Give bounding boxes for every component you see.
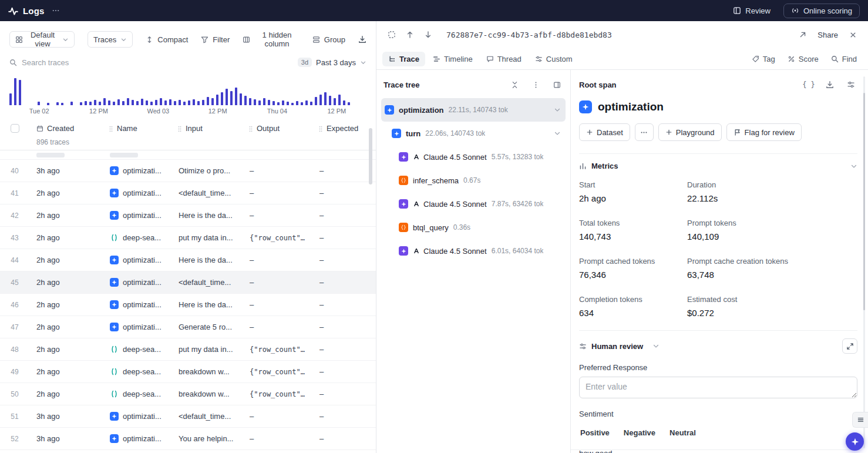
- app-menu-button[interactable]: [52, 6, 60, 15]
- row-input: put my data in...: [174, 345, 245, 354]
- column-header-name[interactable]: Name: [105, 123, 174, 146]
- search-input[interactable]: [22, 58, 293, 67]
- optimization-span-icon: [110, 166, 119, 175]
- detail-header: 762887e7-cc99-4b73-afbf-d8bde81ebd83 Sha…: [376, 21, 868, 48]
- focus-span-button[interactable]: [383, 27, 399, 43]
- table-row[interactable]: 45 2h ago optimizati... <default_time...…: [0, 271, 376, 294]
- tab-trace[interactable]: Trace: [382, 52, 425, 66]
- review-button[interactable]: Review: [727, 4, 776, 18]
- trace-tree-item[interactable]: infer_schema 0.67s: [381, 169, 566, 192]
- trace-tree-item[interactable]: Claude 4.5 Sonnet 5.57s, 13283 tok: [381, 145, 566, 169]
- more-actions-button[interactable]: [635, 123, 654, 141]
- histogram-bar: [47, 103, 49, 105]
- add-to-playground-button[interactable]: Playground: [658, 123, 722, 141]
- select-all-checkbox[interactable]: [11, 124, 19, 133]
- row-input: breakdown w...: [174, 367, 245, 376]
- table-row[interactable]: 43 2h ago deep-sea... put my data in... …: [0, 227, 376, 249]
- trace-tree-item[interactable]: turn 22.06s, 140743 tok: [381, 122, 566, 145]
- row-number: 52: [0, 435, 29, 443]
- online-scoring-button[interactable]: Online scoring: [783, 4, 860, 18]
- metric-label: Prompt tokens: [687, 219, 857, 227]
- x-axis-label: 12 PM: [69, 108, 128, 115]
- table-row[interactable]: 42 2h ago optimizati... Here is the da..…: [0, 204, 376, 227]
- skeleton-placeholder: [36, 153, 65, 157]
- tree-options-button[interactable]: [529, 78, 542, 91]
- download-span-button[interactable]: [823, 78, 836, 91]
- table-row[interactable]: 40 3h ago optimizati... Otimize o pro...…: [0, 160, 376, 182]
- sentiment-positive-button[interactable]: Positive: [579, 426, 611, 439]
- table-row[interactable]: 52 3h ago optimizati... You are helpin..…: [0, 428, 376, 450]
- open-in-new-button[interactable]: [795, 27, 810, 43]
- next-trace-button[interactable]: [420, 27, 436, 43]
- traces-selector[interactable]: Traces: [88, 31, 133, 48]
- preferred-response-input[interactable]: [579, 377, 857, 398]
- chevron-down-icon[interactable]: [550, 130, 561, 137]
- group-button[interactable]: Group: [312, 35, 345, 44]
- histogram-bars[interactable]: [9, 78, 366, 105]
- tag-button[interactable]: Tag: [746, 52, 780, 66]
- metric-label: Start: [579, 180, 687, 189]
- assistant-fab-button[interactable]: [846, 432, 864, 451]
- hidden-columns-button[interactable]: 1 hidden column: [243, 31, 300, 48]
- scrollbar-thumb[interactable]: [863, 93, 865, 310]
- histogram-bar: [211, 98, 214, 105]
- column-header-created[interactable]: Created 896 traces: [29, 123, 105, 146]
- column-header-input[interactable]: Input: [174, 123, 245, 146]
- span-layout-button[interactable]: [845, 78, 857, 91]
- drag-handle-icon[interactable]: [248, 125, 253, 133]
- sentiment-label: Sentiment: [579, 410, 857, 418]
- add-to-dataset-button[interactable]: Dataset: [579, 123, 630, 141]
- find-button[interactable]: Find: [826, 52, 862, 66]
- row-number: 48: [0, 345, 29, 354]
- table-row[interactable]: 41 2h ago optimizati... <default_time...…: [0, 182, 376, 204]
- row-created: 2h ago: [29, 233, 105, 242]
- view-code-button[interactable]: { }: [802, 78, 815, 91]
- table-row[interactable]: 46 2h ago optimizati... Here is the da..…: [0, 294, 376, 316]
- row-name: deep-sea...: [105, 390, 174, 398]
- flag-for-review-button[interactable]: Flag for review: [726, 123, 802, 141]
- compact-toggle[interactable]: Compact: [146, 35, 188, 44]
- trace-tree-item[interactable]: Claude 4.5 Sonnet 6.01s, 64034 tok: [381, 239, 566, 263]
- tab-custom[interactable]: Custom: [529, 52, 578, 66]
- table-row[interactable]: 49 2h ago deep-sea... breakdown w... {"r…: [0, 361, 376, 383]
- table-row[interactable]: 47 2h ago optimizati... Generate 5 ro...…: [0, 316, 376, 338]
- drag-handle-icon[interactable]: [109, 125, 113, 133]
- row-created: 2h ago: [29, 278, 105, 287]
- drag-handle-icon[interactable]: [318, 125, 323, 133]
- filter-button[interactable]: Filter: [201, 35, 230, 44]
- trace-tree-item[interactable]: btql_query 0.36s: [381, 216, 566, 239]
- close-button[interactable]: [845, 27, 861, 43]
- drag-handle-icon[interactable]: [177, 125, 182, 133]
- tab-thread[interactable]: Thread: [480, 52, 527, 66]
- tab-timeline[interactable]: Timeline: [427, 52, 479, 66]
- table-row[interactable]: 44 2h ago optimizati... Here is the da..…: [0, 249, 376, 271]
- collapse-human-review-button[interactable]: [652, 343, 660, 350]
- score-button[interactable]: Score: [782, 52, 824, 66]
- export-button[interactable]: [358, 35, 366, 43]
- x-axis-label: 12 PM: [307, 108, 366, 115]
- view-selector[interactable]: Default view: [9, 31, 75, 48]
- row-expected: –: [315, 390, 376, 398]
- toggle-panel-button[interactable]: [550, 78, 563, 91]
- previous-trace-button[interactable]: [402, 27, 418, 43]
- sentiment-negative-button[interactable]: Negative: [623, 426, 657, 439]
- detail-scrollbar[interactable]: [863, 76, 865, 448]
- table-row[interactable]: 48 2h ago deep-sea... put my data in... …: [0, 338, 376, 361]
- column-header-output[interactable]: Output: [245, 123, 315, 146]
- table-scrollbar[interactable]: [369, 128, 372, 184]
- histogram-bar: [338, 95, 341, 105]
- trace-tree-item[interactable]: optimization 22.11s, 140743 tok: [381, 98, 566, 122]
- chevron-down-icon[interactable]: [550, 106, 561, 113]
- share-button[interactable]: Share: [813, 28, 843, 42]
- column-header-expected[interactable]: Expected: [315, 123, 376, 146]
- table-row[interactable]: 50 2h ago deep-sea... breakdown w... {"r…: [0, 383, 376, 405]
- date-range-picker[interactable]: 3d Past 3 days: [298, 58, 366, 67]
- expand-review-button[interactable]: [842, 338, 857, 354]
- table-row[interactable]: 51 3h ago optimizati... <default_time...…: [0, 405, 376, 428]
- tag-icon: [752, 55, 759, 63]
- collapse-all-button[interactable]: [508, 78, 521, 91]
- sentiment-neutral-button[interactable]: Neutral: [668, 426, 697, 439]
- trace-tree-item[interactable]: Claude 4.5 Sonnet 7.87s, 63426 tok: [381, 192, 566, 216]
- side-menu-button[interactable]: [852, 412, 868, 428]
- collapse-metrics-button[interactable]: [850, 163, 857, 170]
